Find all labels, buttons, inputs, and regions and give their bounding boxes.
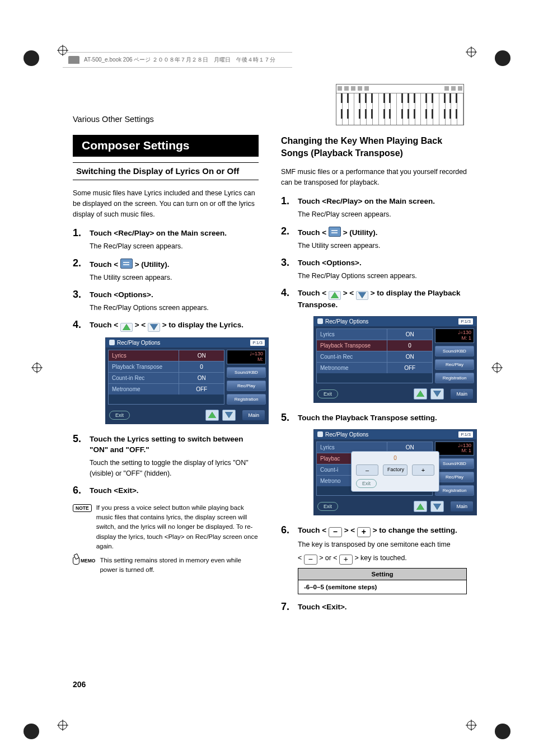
- window-icon: [317, 431, 323, 437]
- window-icon: [317, 318, 323, 324]
- step-sub: The Rec/Play screen appears.: [90, 241, 259, 252]
- popup-exit-button: Exit: [356, 479, 377, 488]
- registration-mark-icon: [57, 720, 68, 731]
- up-arrow-icon: [208, 412, 216, 418]
- down-arrow-icon: [225, 412, 233, 418]
- up-arrow-icon: [123, 324, 130, 330]
- step-title: Touch < − > < + > to change the setting.: [298, 525, 467, 537]
- window-icon: [109, 340, 115, 345]
- down-arrow-icon: [433, 504, 441, 510]
- rec-play-options-screenshot: Rec/Play Options P.1/3 LyricsON Playback…: [313, 316, 477, 403]
- step-sub: Touch the setting to toggle the display …: [90, 458, 259, 479]
- utility-icon: [329, 227, 341, 237]
- minus-button: –: [356, 464, 378, 476]
- step-title: Touch <Options>.: [90, 290, 259, 300]
- book-icon: [68, 56, 79, 64]
- crop-dot-icon: [495, 724, 510, 739]
- down-arrow-icon: [358, 292, 366, 298]
- step-title: Touch the Playback Transpose setting.: [298, 413, 467, 424]
- rec-play-options-screenshot: Rec/Play Options P.1/3 LyricsON Playback…: [105, 337, 269, 424]
- step-sub: The Rec/Play screen appears.: [298, 209, 467, 220]
- keyboard-illustration: [336, 84, 464, 125]
- step-title: Touch <Rec/Play> on the Main screen.: [298, 196, 467, 207]
- step-title: Touch <Exit>.: [90, 486, 259, 496]
- minus-icon: −: [304, 555, 317, 565]
- book-header-text: AT-500_e.book 206 ページ ２００８年７月２８日 月曜日 午後４…: [84, 56, 275, 64]
- up-arrow-icon: [416, 504, 424, 510]
- plus-button: +: [412, 464, 434, 476]
- step-sub: < − > or < + > key is touched.: [298, 553, 467, 565]
- step-sub: The Utility screen appears.: [298, 241, 467, 251]
- crop-dot-icon: [24, 724, 39, 739]
- minus-icon: −: [329, 527, 342, 537]
- step-sub: The key is transposed by one semitone ea…: [298, 539, 467, 550]
- plus-icon: +: [357, 527, 371, 537]
- step-title: Touch < > < > to display the Playback Tr…: [298, 288, 467, 311]
- up-arrow-icon: [331, 292, 339, 298]
- down-arrow-icon: [150, 324, 158, 330]
- book-page-header: AT-500_e.book 206 ページ ２００８年７月２８日 月曜日 午後４…: [63, 52, 292, 68]
- step-title: Touch <Exit>.: [298, 602, 467, 613]
- step-title: Touch < > (Utility).: [90, 259, 259, 270]
- step-sub: The Utility screen appears.: [90, 273, 259, 283]
- composer-settings-heading: Composer Settings: [73, 135, 259, 157]
- registration-mark-icon: [466, 720, 477, 731]
- setting-table: Setting -6–0–5 (semitone steps): [298, 568, 467, 594]
- pencil-icon: [73, 557, 79, 565]
- up-arrow-icon: [416, 391, 424, 397]
- step-title: Touch the Lyrics setting to switch betwe…: [90, 434, 259, 456]
- playback-transpose-heading: Changing the Key When Playing Back Songs…: [281, 135, 467, 159]
- memo-text: This setting remains stored in memory ev…: [100, 556, 259, 575]
- step-title: Touch < > (Utility).: [298, 227, 467, 238]
- step-title: Touch <Rec/Play> on the Main screen.: [90, 228, 259, 239]
- factory-button: Factory: [383, 464, 407, 476]
- page-number: 206: [73, 680, 86, 689]
- down-arrow-icon: [433, 391, 441, 397]
- transpose-intro-text: SMF music files or a performance that yo…: [281, 167, 467, 188]
- step-title: Touch < > < > to display the Lyrics.: [90, 320, 259, 332]
- plus-icon: +: [339, 555, 353, 565]
- step-sub: The Rec/Play Options screen appears.: [90, 303, 259, 313]
- transpose-popup: 0 – Factory + Exit: [351, 451, 439, 492]
- utility-icon: [120, 259, 133, 269]
- note-text: If you press a voice select button while…: [96, 503, 259, 551]
- lyrics-switch-heading: Switching the Display of Lyrics On or Of…: [73, 162, 259, 180]
- lyrics-intro-text: Some music files have Lyrics included an…: [73, 188, 259, 220]
- step-sub: The Rec/Play Options screen appears.: [298, 271, 467, 281]
- step-title: Touch <Options>.: [298, 258, 467, 269]
- note-badge: NOTE: [73, 504, 92, 512]
- rec-play-options-with-popup-screenshot: Rec/Play Options P.1/3 LyricsON Playbac …: [313, 429, 477, 516]
- memo-badge: MEMO: [73, 557, 95, 565]
